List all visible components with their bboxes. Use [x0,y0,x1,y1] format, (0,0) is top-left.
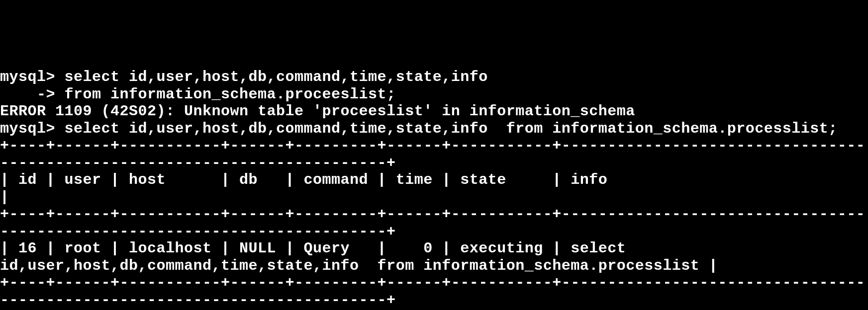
error-line: ERROR 1109 (42S02): Unknown table 'proce… [0,103,868,120]
table-data-row: | 16 | root | localhost | NULL | Query |… [0,240,868,274]
table-border-top: +----+------+-----------+------+--------… [0,137,868,171]
query-line-3: mysql> select id,user,host,db,command,ti… [0,120,868,138]
table-border-mid: +----+------+-----------+------+--------… [0,206,868,240]
query-line-2: -> from information_schema.proceeslist; [0,86,868,103]
query-line-1: mysql> select id,user,host,db,command,ti… [0,69,868,86]
table-border-bottom: +----+------+-----------+------+--------… [0,274,868,309]
mysql-terminal[interactable]: mysql> select id,user,host,db,command,ti… [0,69,868,310]
table-header-row: | id | user | host | db | command | time… [0,171,868,206]
